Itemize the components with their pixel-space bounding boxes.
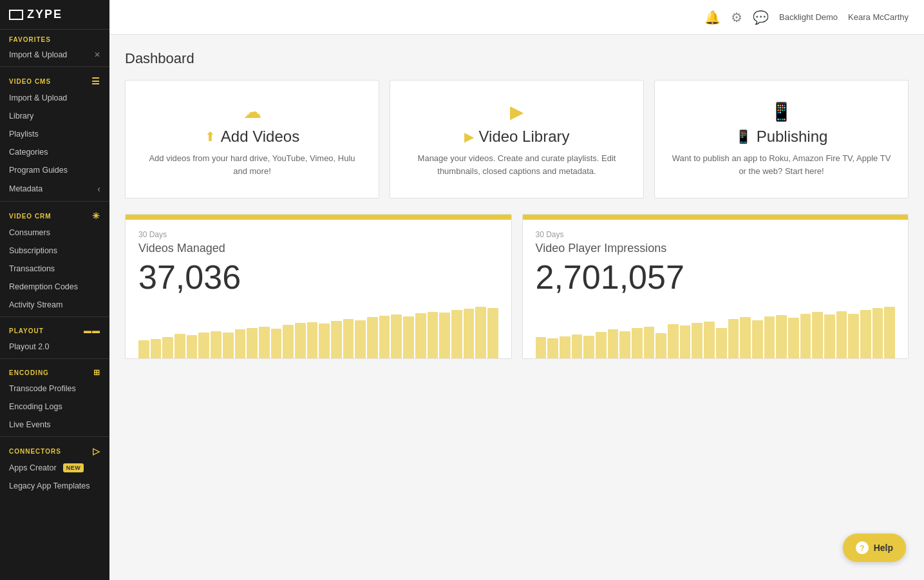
play-icon[interactable]: ▷ (93, 446, 100, 456)
bar (608, 329, 619, 358)
bar (800, 314, 811, 358)
bar (211, 331, 222, 358)
videos-bar-chart (138, 307, 498, 358)
sidebar-item-playout[interactable]: Playout 2.0 (0, 338, 109, 356)
sidebar-item-label: Import & Upload (9, 50, 67, 59)
bar (379, 316, 390, 358)
sidebar-item-import-upload[interactable]: Import & Upload (0, 89, 109, 107)
sidebar-item-redemption-codes[interactable]: Redemption Codes (0, 278, 109, 296)
bar (836, 311, 847, 358)
bar (487, 308, 498, 358)
sidebar-item-label: Program Guides (9, 166, 68, 175)
sidebar-item-library[interactable]: Library (0, 107, 109, 125)
bar (439, 313, 450, 358)
close-icon[interactable]: ✕ (94, 50, 100, 59)
bar (428, 312, 438, 358)
sidebar-item-categories[interactable]: Categories (0, 143, 109, 161)
demo-label: Backlight Demo (779, 12, 838, 22)
help-icon[interactable]: 💬 (753, 10, 769, 25)
publish-icon: 📱 (670, 101, 892, 122)
device-icon: 📱 (735, 129, 751, 144)
sidebar-item-label: Legacy App Templates (9, 481, 90, 490)
help-button[interactable]: ? Help (843, 534, 906, 562)
sidebar-item-label: Playout 2.0 (9, 342, 50, 351)
notifications-icon[interactable]: 🔔 (704, 10, 721, 25)
bar (367, 317, 378, 358)
bar (343, 319, 354, 358)
cards-row: ☁ ⬆ Add Videos Add videos from your hard… (125, 80, 909, 198)
sidebar-item-apps-creator[interactable]: Apps Creator NEW (0, 459, 109, 477)
bar (259, 327, 270, 358)
sidebar-item-label: Categories (9, 148, 48, 157)
sidebar-item-live-events[interactable]: Live Events (0, 416, 109, 434)
stat-label: Video Player Impressions (536, 242, 896, 255)
grid-icon[interactable]: ⊞ (93, 368, 100, 377)
bar (162, 337, 173, 358)
connectors-section: CONNECTORS ▷ (0, 440, 109, 459)
bar (716, 328, 727, 358)
publishing-card[interactable]: 📱 📱 Publishing Want to publish an app to… (654, 80, 909, 198)
bar (235, 329, 246, 358)
sidebar-item-label: Transactions (9, 264, 55, 273)
stats-row: 30 Days Videos Managed 37,036 30 Days Vi… (125, 214, 909, 359)
bar (198, 333, 209, 358)
settings-icon[interactable]: ⚙ (731, 10, 742, 25)
sidebar-item-activity-stream[interactable]: Activity Stream (0, 296, 109, 314)
sidebar-item-subscriptions[interactable]: Subscriptions (0, 242, 109, 260)
stat-value: 2,701,057 (536, 258, 896, 296)
page-content: Dashboard ☁ ⬆ Add Videos Add videos from… (109, 35, 924, 580)
bar (583, 336, 594, 358)
bar (668, 324, 679, 358)
sidebar-item-metadata[interactable]: Metadata ‹ (0, 179, 109, 198)
bar (271, 329, 282, 358)
bar (824, 314, 835, 358)
video-crm-section: VIDEO CRM ✳ (0, 204, 109, 224)
bar (247, 328, 258, 358)
chevron-left-icon: ‹ (97, 184, 100, 194)
menu-icon[interactable]: ☰ (91, 76, 100, 86)
sidebar-item-playlists[interactable]: Playlists (0, 125, 109, 143)
page-title: Dashboard (125, 50, 909, 67)
encoding-section: ENCODING ⊞ (0, 362, 109, 380)
bar (223, 333, 234, 358)
sidebar-item-label: Library (9, 111, 33, 121)
play-circle-icon: ▶ (406, 101, 628, 122)
cloud-upload-icon: ☁ (141, 101, 363, 122)
sidebar-item-encoding-logs[interactable]: Encoding Logs (0, 398, 109, 416)
videos-managed-card: 30 Days Videos Managed 37,036 (125, 214, 512, 359)
stat-period: 30 Days (138, 230, 498, 239)
layers-icon[interactable]: ▬▬ (84, 326, 100, 335)
bar (319, 324, 330, 358)
playout-label: PLAYOUT (9, 327, 44, 334)
bar (740, 317, 751, 358)
stat-bar-top (126, 215, 511, 220)
bar (536, 337, 547, 358)
bar (187, 335, 198, 358)
bar (644, 327, 655, 358)
sidebar-item-label: Metadata (9, 184, 42, 193)
user-name: Keara McCarthy (848, 12, 909, 22)
topbar: 🔔 ⚙ 💬 Backlight Demo Keara McCarthy (109, 0, 924, 35)
sidebar-item-program-guides[interactable]: Program Guides (0, 161, 109, 179)
impressions-bar-chart (536, 307, 896, 358)
sidebar-item-transcode-profiles[interactable]: Transcode Profiles (0, 380, 109, 398)
sidebar-item-import-upload-favorites[interactable]: Import & Upload ✕ (0, 46, 109, 64)
sidebar-item-label: Transcode Profiles (9, 384, 76, 393)
asterisk-icon[interactable]: ✳ (92, 211, 100, 221)
sidebar-item-label: Live Events (9, 420, 51, 429)
stat-label: Videos Managed (138, 242, 498, 255)
bar (464, 309, 475, 358)
bar (151, 339, 162, 358)
favorites-label: FAVORITES (9, 36, 51, 43)
sidebar-item-legacy-app-templates[interactable]: Legacy App Templates (0, 477, 109, 495)
sidebar-item-transactions[interactable]: Transactions (0, 260, 109, 278)
bar (475, 307, 486, 358)
add-videos-card[interactable]: ☁ ⬆ Add Videos Add videos from your hard… (125, 80, 379, 198)
video-crm-label: VIDEO CRM (9, 213, 52, 220)
bar (848, 314, 859, 358)
bar (860, 310, 871, 358)
logo: ZYPE (0, 0, 109, 30)
sidebar-item-label: Activity Stream (9, 300, 62, 309)
video-library-card[interactable]: ▶ ▶ Video Library Manage your videos. Cr… (390, 80, 644, 198)
sidebar-item-consumers[interactable]: Consumers (0, 224, 109, 242)
